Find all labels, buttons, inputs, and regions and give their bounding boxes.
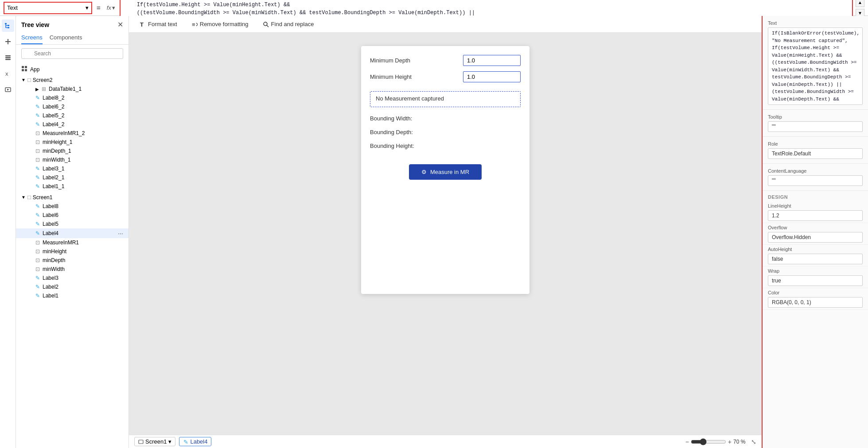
design-section-title: DESIGN	[763, 191, 868, 201]
status-left: Screen1 ▾ ✎ Label4	[134, 437, 211, 446]
prop-role-value[interactable]: TextRole.Default	[768, 148, 863, 159]
canvas-toolbar: T Format text ≡✕ Remove formatting Find …	[129, 16, 762, 33]
tree-node-datatable[interactable]: ▶ ⊞ DataTable1_1	[16, 85, 128, 93]
screen-badge[interactable]: Screen1 ▾	[134, 437, 175, 446]
prop-color-value[interactable]: RGBA(0, 0, 0, 1)	[768, 297, 863, 308]
label6-2-icon: ✎	[35, 104, 40, 110]
output-label: No Measurement captured	[370, 91, 521, 107]
tree-node-label5[interactable]: ✎ Label5	[16, 220, 128, 228]
tree-node-label3-1[interactable]: ✎ Label3_1	[16, 164, 128, 173]
remove-formatting-button[interactable]: ≡✕ Remove formatting	[188, 19, 252, 29]
prop-overflow-value[interactable]: Overflow.Hidden	[768, 232, 863, 243]
status-bar: Screen1 ▾ ✎ Label4 − + 70 % ⤡	[129, 435, 762, 448]
tree-node-measureinmr1-2[interactable]: ⊡ MeasureInMR1_2	[16, 129, 128, 138]
formula-selector-chevron: ▾	[86, 4, 89, 11]
sidebar-icon-media[interactable]	[2, 83, 14, 96]
tree-node-minwidth[interactable]: ⊡ minWidth	[16, 265, 128, 274]
prop-wrap-value[interactable]: true	[768, 275, 863, 286]
minimum-depth-label: Minimum Depth	[370, 57, 459, 64]
label-badge[interactable]: ✎ Label4	[179, 437, 211, 446]
prop-color-row: Color RGBA(0, 0, 0, 1)	[763, 288, 868, 310]
prop-text-value[interactable]: If(IsBlankOrError(testVolume), "No Measu…	[768, 27, 863, 105]
tree-node-minwidth-1[interactable]: ⊡ minWidth_1	[16, 155, 128, 164]
tree-node-label6-2[interactable]: ✎ Label6_2	[16, 102, 128, 111]
search-input[interactable]	[21, 48, 123, 59]
screen1-header[interactable]: ▼ □ Screen1	[16, 193, 128, 202]
label4-2-icon: ✎	[35, 121, 40, 127]
prop-autoheight-value[interactable]: false	[768, 254, 863, 264]
measureinmr1-2-icon: ⊡	[35, 130, 40, 136]
screen2-icon: □	[27, 77, 31, 83]
prop-role-section: Role TextRole.Default	[763, 137, 868, 164]
label5-2-label: Label5_2	[43, 112, 123, 119]
zoom-out-button[interactable]: −	[685, 438, 689, 445]
tree-node-minheight-1[interactable]: ⊡ minHeight_1	[16, 138, 128, 147]
prop-overflow-label: Overflow	[768, 225, 863, 230]
tree-close-button[interactable]: ✕	[117, 20, 123, 29]
svg-text:T: T	[140, 21, 144, 27]
tree-node-label3[interactable]: ✎ Label3	[16, 274, 128, 282]
tree-node-measureinmr1[interactable]: ⊡ MeasureInMR1	[16, 238, 128, 247]
sidebar-icon-vars[interactable]: x	[2, 67, 14, 80]
label3-icon: ✎	[35, 275, 40, 281]
screen2-header[interactable]: ▼ □ Screen2	[16, 75, 128, 85]
prop-tooltip-value[interactable]: ""	[768, 121, 863, 132]
tree-node-label6[interactable]: ✎ Label6	[16, 211, 128, 220]
prop-lineheight-value[interactable]: 1.2	[768, 210, 863, 221]
label1-1-icon: ✎	[35, 183, 40, 189]
tree-node-label4[interactable]: ✎ Label4 ···	[16, 228, 128, 238]
tree-node-mindepth-1[interactable]: ⊡ minDepth_1	[16, 147, 128, 155]
prop-lineheight-row: LineHeight 1.2	[763, 201, 868, 223]
mindepth-icon: ⊡	[35, 257, 40, 263]
formula-bar: Text ▾ = fx ▾ If(IsBlankOrError(testVolu…	[0, 0, 868, 16]
app-icon	[21, 66, 27, 73]
tree-node-label8-2[interactable]: ✎ Label8_2	[16, 93, 128, 102]
svg-rect-15	[25, 66, 27, 68]
formula-selector[interactable]: Text ▾	[4, 2, 92, 14]
bounding-height-label: Bounding Height:	[370, 142, 521, 150]
label6-icon: ✎	[35, 212, 40, 218]
format-text-button[interactable]: T Format text	[136, 19, 181, 29]
tree-node-label5-2[interactable]: ✎ Label5_2	[16, 111, 128, 120]
tree-node-minheight[interactable]: ⊡ minHeight	[16, 247, 128, 256]
measure-in-mr-button[interactable]: ⚙ Measure in MR	[409, 164, 482, 180]
tree-app-item[interactable]: App	[16, 64, 128, 74]
mindepth-1-label: minDepth_1	[43, 148, 123, 154]
svg-text:≡✕: ≡✕	[192, 21, 198, 27]
tree-node-label4-2[interactable]: ✎ Label4_2	[16, 120, 128, 129]
formula-scroll-up[interactable]: ▲	[856, 0, 864, 7]
datatable-label: DataTable1_1	[49, 86, 123, 92]
minimum-height-input[interactable]	[463, 71, 521, 82]
tree-node-mindepth[interactable]: ⊡ minDepth	[16, 256, 128, 265]
measure-btn-label: Measure in MR	[430, 169, 469, 175]
minheight-1-label: minHeight_1	[43, 139, 123, 145]
label4-menu-button[interactable]: ···	[118, 230, 123, 237]
prop-contentlang-value[interactable]: ""	[768, 175, 863, 186]
tree-node-label2[interactable]: ✎ Label2	[16, 282, 128, 291]
format-text-icon: T	[140, 21, 146, 27]
sidebar-icon-add[interactable]	[2, 35, 14, 48]
svg-rect-0	[5, 23, 7, 24]
zoom-in-button[interactable]: +	[728, 438, 732, 445]
tree-node-label8[interactable]: ✎ Label8	[16, 202, 128, 211]
label5-label: Label5	[43, 221, 123, 227]
tree-node-label1-1[interactable]: ✎ Label1_1	[16, 182, 128, 191]
fit-button[interactable]: ⤡	[751, 438, 756, 445]
datatable-expand: ▶	[35, 87, 39, 92]
zoom-slider[interactable]	[691, 438, 726, 445]
app-label: App	[30, 66, 123, 73]
measure-btn-icon: ⚙	[421, 169, 427, 175]
search-wrapper: 🔍	[21, 48, 123, 59]
find-replace-button[interactable]: Find and replace	[259, 19, 318, 29]
label8-icon: ✎	[35, 203, 40, 209]
tree-node-label1[interactable]: ✎ Label1	[16, 291, 128, 300]
sidebar-icon-tree[interactable]	[2, 19, 14, 32]
measureinmr1-2-label: MeasureInMR1_2	[43, 130, 123, 136]
sidebar-icon-data[interactable]	[2, 51, 14, 64]
screen-badge-icon	[138, 439, 144, 444]
tab-screens[interactable]: Screens	[21, 31, 43, 44]
tree-node-label2-1[interactable]: ✎ Label2_1	[16, 173, 128, 182]
tab-components[interactable]: Components	[50, 31, 82, 44]
minimum-depth-input[interactable]	[463, 55, 521, 66]
remove-formatting-icon: ≡✕	[191, 21, 198, 27]
